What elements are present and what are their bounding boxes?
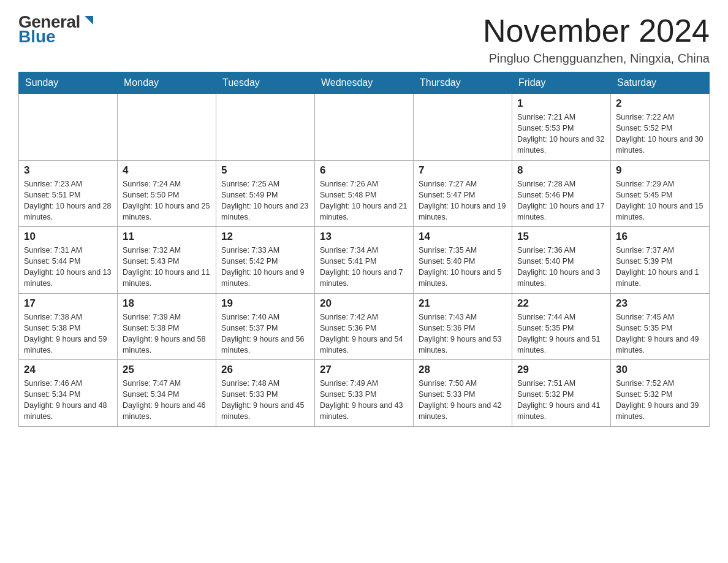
logo-blue-text: Blue (18, 27, 56, 47)
header: General Blue November 2024 Pingluo Cheng… (18, 12, 710, 66)
week-row-3: 10Sunrise: 7:31 AMSunset: 5:44 PMDayligh… (19, 227, 710, 294)
day-info: Sunrise: 7:44 AMSunset: 5:35 PMDaylight:… (517, 312, 605, 356)
week-row-5: 24Sunrise: 7:46 AMSunset: 5:34 PMDayligh… (19, 360, 710, 427)
day-number: 5 (221, 164, 309, 177)
day-info: Sunrise: 7:49 AMSunset: 5:33 PMDaylight:… (320, 378, 408, 423)
logo-triangle-icon (82, 13, 96, 27)
calendar-cell: 15Sunrise: 7:36 AMSunset: 5:40 PMDayligh… (512, 227, 611, 294)
day-info: Sunrise: 7:37 AMSunset: 5:39 PMDaylight:… (616, 245, 704, 289)
day-info: Sunrise: 7:22 AMSunset: 5:52 PMDaylight:… (616, 112, 704, 156)
day-number: 14 (419, 231, 507, 243)
day-number: 18 (123, 297, 211, 310)
day-number: 6 (320, 164, 408, 177)
day-info: Sunrise: 7:48 AMSunset: 5:33 PMDaylight:… (221, 378, 309, 423)
calendar-cell: 1Sunrise: 7:21 AMSunset: 5:53 PMDaylight… (512, 94, 611, 161)
location-title: Pingluo Chengguanzhen, Ningxia, China (483, 52, 710, 66)
week-row-1: 1Sunrise: 7:21 AMSunset: 5:53 PMDaylight… (19, 94, 710, 161)
calendar-cell: 18Sunrise: 7:39 AMSunset: 5:38 PMDayligh… (118, 293, 216, 360)
day-info: Sunrise: 7:26 AMSunset: 5:48 PMDaylight:… (320, 178, 408, 223)
day-number: 2 (616, 98, 704, 110)
day-number: 24 (24, 364, 112, 376)
day-info: Sunrise: 7:34 AMSunset: 5:41 PMDaylight:… (320, 245, 408, 289)
day-number: 21 (419, 297, 507, 310)
day-info: Sunrise: 7:45 AMSunset: 5:35 PMDaylight:… (616, 312, 704, 356)
day-info: Sunrise: 7:27 AMSunset: 5:47 PMDaylight:… (419, 178, 507, 223)
day-info: Sunrise: 7:43 AMSunset: 5:36 PMDaylight:… (419, 312, 507, 356)
week-row-2: 3Sunrise: 7:23 AMSunset: 5:51 PMDaylight… (19, 160, 710, 227)
calendar-cell: 2Sunrise: 7:22 AMSunset: 5:52 PMDaylight… (611, 94, 710, 161)
day-number: 12 (221, 231, 309, 243)
week-row-4: 17Sunrise: 7:38 AMSunset: 5:38 PMDayligh… (19, 293, 710, 360)
day-info: Sunrise: 7:33 AMSunset: 5:42 PMDaylight:… (221, 245, 309, 289)
day-info: Sunrise: 7:35 AMSunset: 5:40 PMDaylight:… (419, 245, 507, 289)
logo: General Blue (18, 12, 96, 47)
day-number: 11 (123, 231, 211, 243)
day-info: Sunrise: 7:42 AMSunset: 5:36 PMDaylight:… (320, 312, 408, 356)
day-number: 16 (616, 231, 704, 243)
day-number: 3 (24, 164, 112, 177)
calendar-cell: 4Sunrise: 7:24 AMSunset: 5:50 PMDaylight… (118, 160, 216, 227)
calendar-cell: 19Sunrise: 7:40 AMSunset: 5:37 PMDayligh… (216, 293, 315, 360)
calendar-cell (118, 94, 216, 161)
day-number: 29 (517, 364, 605, 376)
day-info: Sunrise: 7:40 AMSunset: 5:37 PMDaylight:… (221, 312, 309, 356)
calendar-cell: 22Sunrise: 7:44 AMSunset: 5:35 PMDayligh… (512, 293, 611, 360)
day-number: 22 (517, 297, 605, 310)
day-info: Sunrise: 7:32 AMSunset: 5:43 PMDaylight:… (123, 245, 211, 289)
calendar-cell (315, 94, 414, 161)
day-info: Sunrise: 7:28 AMSunset: 5:46 PMDaylight:… (517, 178, 605, 223)
day-number: 7 (419, 164, 507, 177)
day-info: Sunrise: 7:39 AMSunset: 5:38 PMDaylight:… (123, 312, 211, 356)
calendar-cell: 23Sunrise: 7:45 AMSunset: 5:35 PMDayligh… (611, 293, 710, 360)
calendar-cell: 21Sunrise: 7:43 AMSunset: 5:36 PMDayligh… (414, 293, 512, 360)
calendar-cell: 8Sunrise: 7:28 AMSunset: 5:46 PMDaylight… (512, 160, 611, 227)
calendar-cell: 3Sunrise: 7:23 AMSunset: 5:51 PMDaylight… (19, 160, 118, 227)
day-number: 27 (320, 364, 408, 376)
calendar-cell: 17Sunrise: 7:38 AMSunset: 5:38 PMDayligh… (19, 293, 118, 360)
day-info: Sunrise: 7:31 AMSunset: 5:44 PMDaylight:… (24, 245, 112, 289)
calendar-cell: 6Sunrise: 7:26 AMSunset: 5:48 PMDaylight… (315, 160, 414, 227)
day-info: Sunrise: 7:46 AMSunset: 5:34 PMDaylight:… (24, 378, 112, 423)
day-info: Sunrise: 7:29 AMSunset: 5:45 PMDaylight:… (616, 178, 704, 223)
day-info: Sunrise: 7:23 AMSunset: 5:51 PMDaylight:… (24, 178, 112, 223)
day-number: 25 (123, 364, 211, 376)
calendar-cell: 12Sunrise: 7:33 AMSunset: 5:42 PMDayligh… (216, 227, 315, 294)
calendar-cell: 27Sunrise: 7:49 AMSunset: 5:33 PMDayligh… (315, 360, 414, 427)
header-saturday: Saturday (611, 72, 710, 94)
day-number: 13 (320, 231, 408, 243)
header-thursday: Thursday (414, 72, 512, 94)
day-number: 19 (221, 297, 309, 310)
header-friday: Friday (512, 72, 611, 94)
day-number: 30 (616, 364, 704, 376)
calendar-table: SundayMondayTuesdayWednesdayThursdayFrid… (18, 72, 710, 427)
month-title: November 2024 (483, 12, 710, 49)
day-info: Sunrise: 7:24 AMSunset: 5:50 PMDaylight:… (123, 178, 211, 223)
calendar-cell: 14Sunrise: 7:35 AMSunset: 5:40 PMDayligh… (414, 227, 512, 294)
calendar-cell: 11Sunrise: 7:32 AMSunset: 5:43 PMDayligh… (118, 227, 216, 294)
calendar-cell (216, 94, 315, 161)
header-tuesday: Tuesday (216, 72, 315, 94)
day-number: 15 (517, 231, 605, 243)
header-sunday: Sunday (19, 72, 118, 94)
calendar-cell: 20Sunrise: 7:42 AMSunset: 5:36 PMDayligh… (315, 293, 414, 360)
day-number: 10 (24, 231, 112, 243)
day-number: 26 (221, 364, 309, 376)
day-info: Sunrise: 7:36 AMSunset: 5:40 PMDaylight:… (517, 245, 605, 289)
calendar-cell: 13Sunrise: 7:34 AMSunset: 5:41 PMDayligh… (315, 227, 414, 294)
calendar-cell: 10Sunrise: 7:31 AMSunset: 5:44 PMDayligh… (19, 227, 118, 294)
day-info: Sunrise: 7:52 AMSunset: 5:32 PMDaylight:… (616, 378, 704, 423)
calendar-cell: 26Sunrise: 7:48 AMSunset: 5:33 PMDayligh… (216, 360, 315, 427)
svg-marker-0 (85, 16, 93, 25)
day-number: 8 (517, 164, 605, 177)
calendar-header-row: SundayMondayTuesdayWednesdayThursdayFrid… (19, 72, 710, 94)
day-number: 4 (123, 164, 211, 177)
day-number: 20 (320, 297, 408, 310)
title-area: November 2024 Pingluo Chengguanzhen, Nin… (483, 12, 710, 66)
day-number: 9 (616, 164, 704, 177)
day-info: Sunrise: 7:47 AMSunset: 5:34 PMDaylight:… (123, 378, 211, 423)
calendar-cell: 5Sunrise: 7:25 AMSunset: 5:49 PMDaylight… (216, 160, 315, 227)
header-monday: Monday (118, 72, 216, 94)
calendar-cell: 16Sunrise: 7:37 AMSunset: 5:39 PMDayligh… (611, 227, 710, 294)
calendar-cell: 25Sunrise: 7:47 AMSunset: 5:34 PMDayligh… (118, 360, 216, 427)
day-info: Sunrise: 7:51 AMSunset: 5:32 PMDaylight:… (517, 378, 605, 423)
